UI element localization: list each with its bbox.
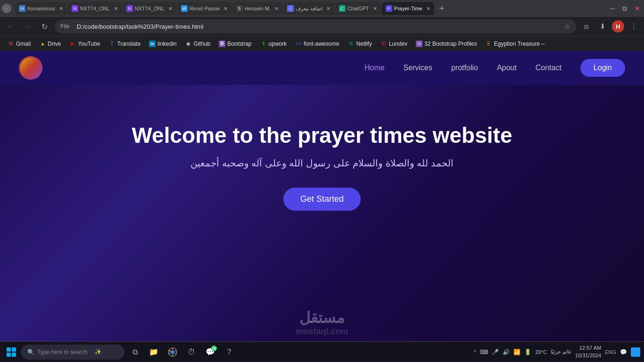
svg-point-1 (171, 350, 174, 354)
nav-link-protfolio[interactable]: protfolio (451, 64, 478, 72)
clock-time: 12:57 AM (575, 345, 601, 352)
bookmark-netlify-label: Netlify (356, 41, 372, 47)
tab-8-active[interactable]: P Prayer-Time ✕ (382, 2, 434, 15)
notification-sidebar-button[interactable] (631, 347, 640, 357)
new-tab-button[interactable]: + (435, 2, 448, 15)
help-button[interactable]: ? (221, 344, 238, 361)
nav-link-home[interactable]: Home (364, 64, 385, 72)
tab-5[interactable]: 5 Hessein M. ✕ (232, 2, 282, 15)
tab-7-favicon: C (339, 5, 346, 12)
clock-icon: ⏱ (188, 348, 195, 356)
tab-3-favicon: N (126, 5, 133, 12)
weather-label: غائم جزئيًا (551, 349, 571, 355)
nav-link-apout[interactable]: Apout (497, 64, 517, 72)
bootstrap-icon: B (219, 41, 225, 47)
fontawesome-icon: <> (295, 41, 302, 47)
restore-button[interactable]: ⧉ (620, 5, 629, 13)
bookmark-gmail-label: Gmail (16, 41, 31, 47)
weather-temp: 20°C (535, 349, 547, 355)
bookmark-32bootstrap-label: 32 Bootstrap Profiles (424, 41, 477, 47)
bookmark-translate[interactable]: T Translate (105, 39, 145, 49)
search-icon: 🔍 (27, 349, 34, 355)
task-view-button[interactable]: ⧉ (126, 344, 143, 361)
reload-button[interactable]: ↻ (38, 20, 51, 33)
back-button[interactable]: ← (4, 20, 17, 33)
help-icon: ? (227, 348, 231, 356)
bookmark-lundev[interactable]: ID Lundev (377, 39, 411, 49)
bookmark-upwork[interactable]: ⬆ upwork (256, 39, 291, 49)
nav-link-contact[interactable]: Contact (536, 64, 561, 72)
tab-bar: ← H hosseinmos ✕ N NXT74_ONL ✕ N NXT74_O… (0, 0, 644, 17)
bookmark-netlify[interactable]: N Netlify (344, 39, 376, 49)
egyption-icon: E (486, 41, 492, 47)
tab-1-label: hosseinmos (27, 6, 55, 11)
tab-2-label: NXT74_ONL (80, 6, 110, 11)
forward-button[interactable]: → (21, 20, 34, 33)
translate-icon: T (109, 41, 116, 47)
tab-2[interactable]: N NXT74_ONL ✕ (68, 2, 122, 15)
nav-link-services[interactable]: Services (404, 64, 432, 72)
profile-avatar[interactable]: H (612, 20, 624, 33)
tab-3-close[interactable]: ✕ (168, 6, 173, 12)
bookmark-star-icon[interactable]: ☆ (564, 23, 570, 30)
keyboard-icon[interactable]: ⌨ (480, 349, 488, 355)
bookmark-linkedin[interactable]: in linkedin (145, 39, 181, 49)
file-explorer-button[interactable]: 📁 (145, 344, 162, 361)
back-tab-btn[interactable]: ← (2, 4, 11, 13)
bookmark-translate-label: Translate (117, 41, 141, 47)
tab-7-label: ChatGPT (347, 6, 369, 11)
notification-icon[interactable]: 💬 (620, 349, 627, 355)
tab-2-close[interactable]: ✕ (114, 6, 118, 12)
bookmark-32bootstrap[interactable]: 32 32 Bootstrap Profiles (412, 39, 480, 49)
bookmark-drive[interactable]: ▲ Drive (35, 39, 65, 49)
menu-button[interactable]: ⋮ (627, 20, 640, 33)
download-button[interactable]: ⬇ (596, 20, 609, 33)
tab-5-close[interactable]: ✕ (274, 6, 279, 12)
taskbar-search[interactable]: 🔍 Type here to search ✨ (21, 345, 124, 360)
chrome-icon (168, 347, 177, 357)
bookmark-bootstrap[interactable]: B Bootstrap (215, 39, 255, 49)
get-started-button[interactable]: Get Started (283, 188, 361, 211)
toolbar-icons: ⧈ ⬇ H ⋮ (580, 20, 640, 33)
whatsapp-button[interactable]: 💬 76 (202, 344, 219, 361)
extensions-button[interactable]: ⧈ (580, 20, 593, 33)
login-button[interactable]: Login (580, 59, 625, 77)
system-clock[interactable]: 12:57 AM 10/31/2024 (575, 345, 601, 359)
tab-7-close[interactable]: ✕ (373, 6, 377, 12)
start-button[interactable] (4, 345, 19, 360)
tab-4[interactable]: W Reset Passw ✕ (177, 2, 231, 15)
tab-5-favicon: 5 (236, 5, 243, 12)
bookmark-github[interactable]: ◉ Github (182, 39, 214, 49)
taskbar-system-tray: ^ ⌨ 🎤 🔊 📶 🔋 20°C غائم جزئيًا 12:57 AM 10… (474, 345, 640, 359)
bookmark-egyption[interactable]: E Egyption Treasure – (482, 39, 548, 49)
bookmarks-bar: M Gmail ▲ Drive ▶ YouTube T Translate in… (0, 36, 644, 51)
site-logo-inner (20, 58, 41, 78)
tab-3[interactable]: N NXT74_ONL ✕ (123, 2, 176, 15)
language-indicator[interactable]: ENG (605, 349, 616, 355)
bookmark-fontawesome[interactable]: <> font-awesome (291, 39, 343, 49)
bookmark-youtube[interactable]: ▶ YouTube (66, 39, 104, 49)
minimize-button[interactable]: ─ (608, 5, 617, 12)
tab-1-close[interactable]: ✕ (59, 6, 63, 12)
tab-1[interactable]: H hosseinmos ✕ (15, 2, 67, 15)
bookmark-gmail[interactable]: M Gmail (4, 39, 34, 49)
tab-7[interactable]: C ChatGPT ✕ (335, 2, 381, 15)
tab-8-close[interactable]: ✕ (426, 6, 430, 12)
battery-icon[interactable]: 🔋 (524, 349, 531, 355)
bookmark-youtube-label: YouTube (78, 41, 100, 47)
network-icon[interactable]: 📶 (513, 349, 520, 355)
chrome-button[interactable] (164, 344, 181, 361)
file-explorer-icon: 📁 (149, 347, 158, 356)
tab-4-close[interactable]: ✕ (223, 6, 228, 12)
mic-icon[interactable]: 🎤 (492, 349, 499, 355)
tray-expand-icon[interactable]: ^ (474, 349, 477, 355)
address-input-wrapper[interactable]: File D:/code/bootstrap/task%203/Prayer-t… (55, 19, 576, 33)
tab-6-close[interactable]: ✕ (326, 6, 330, 12)
search-placeholder-text: Type here to search (37, 349, 87, 355)
close-window-button[interactable]: ✕ (633, 5, 642, 12)
clock-app-button[interactable]: ⏱ (183, 344, 200, 361)
volume-icon[interactable]: 🔊 (503, 349, 510, 355)
windows-logo (7, 347, 16, 357)
taskbar: 🔍 Type here to search ✨ ⧉ 📁 ⏱ (0, 341, 644, 362)
tab-6[interactable]: ○ اضافة معرف ✕ (283, 2, 334, 15)
